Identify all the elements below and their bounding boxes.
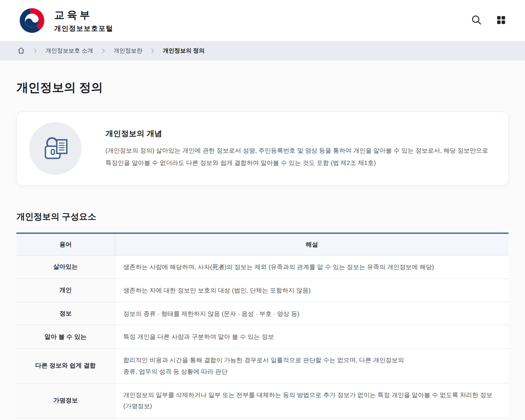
term-cell: 살아있는	[16, 256, 115, 279]
breadcrumb: 개인정보보호 소개 개인정보란 개인정보의 정의	[0, 41, 525, 61]
concept-card-body: (개인정보의 정의) 살아있는 개인에 관한 정보로서 성명, 주민등록번호 및…	[105, 144, 496, 169]
desc-cell: 개인정보의 일부를 삭제하거나 일부 또는 전부를 대체하는 등의 방법으로 추…	[115, 383, 509, 418]
components-section-heading: 개인정보의 구성요소	[16, 211, 509, 222]
header-actions	[469, 13, 508, 28]
term-cell: 다른 정보와 쉽게 결합	[16, 349, 115, 383]
chevron-right-icon	[151, 48, 154, 53]
lock-document-icon	[39, 132, 71, 165]
breadcrumb-item-what-is[interactable]: 개인정보란	[114, 47, 142, 55]
desc-cell: 정보의 종류 · 형태를 제한하지 않음 (문자 · 음성 · 부호 · 영상 …	[115, 302, 509, 325]
desc-cell: 특정 개인을 다른 사람과 구분하여 알아 볼 수 있는 정보	[115, 325, 509, 349]
chevron-right-icon	[102, 48, 105, 53]
breadcrumb-home-link[interactable]	[17, 47, 25, 55]
desc-cell: 합리적인 비용과 시간을 통해 결합이 가능한 경우로서 일률적으로 판단할 수…	[115, 349, 509, 383]
card-icon-circle	[29, 122, 82, 175]
site-logo[interactable]: 교육부 개인정보보호포털	[17, 6, 113, 35]
term-cell: 정보	[16, 302, 115, 325]
column-header-term: 용어	[16, 233, 115, 256]
table-row: 가명정보 개인정보의 일부를 삭제하거나 일부 또는 전부를 대체하는 등의 방…	[16, 383, 509, 418]
concept-card: 개인정보의 개념 (개인정보의 정의) 살아있는 개인에 관한 정보로서 성명,…	[16, 112, 509, 185]
search-button[interactable]	[469, 13, 484, 28]
breadcrumb-item-current: 개인정보의 정의	[163, 47, 205, 55]
table-row: 개인 생존하는 자에 대한 정보만 보호의 대상 (법인, 단체는 포함하지 않…	[16, 278, 509, 302]
all-menu-button[interactable]	[494, 13, 508, 28]
term-cell: 개인	[16, 278, 115, 302]
table-row: 알아 볼 수 있는 특정 개인을 다른 사람과 구분하여 알아 볼 수 있는 정…	[16, 325, 509, 349]
grid-menu-icon	[496, 15, 506, 26]
site-title: 교육부	[54, 8, 113, 22]
chevron-right-icon	[34, 48, 37, 53]
korea-gov-emblem-icon	[17, 6, 47, 35]
table-row: 살아있는 생존하는 사람에 해당하며, 사자(死者)의 정보는 제외 (유족과의…	[16, 256, 509, 279]
search-icon	[471, 14, 482, 27]
site-subtitle: 개인정보보호포털	[54, 24, 113, 33]
main-content: 개인정보의 정의 개인정보의 개념 (개인정	[0, 80, 525, 418]
desc-cell: 생존하는 사람에 해당하며, 사자(死者)의 정보는 제외 (유족과의 관계를 …	[115, 256, 509, 279]
table-row: 정보 정보의 종류 · 형태를 제한하지 않음 (문자 · 음성 · 부호 · …	[16, 302, 509, 325]
term-cell: 알아 볼 수 있는	[16, 325, 115, 349]
site-header: 교육부 개인정보보호포털	[0, 0, 525, 41]
term-cell: 가명정보	[16, 383, 115, 418]
components-table: 용어 해설 살아있는 생존하는 사람에 해당하며, 사자(死者)의 정보는 제외…	[16, 233, 509, 418]
table-header-row: 용어 해설	[16, 233, 509, 256]
column-header-desc: 해설	[115, 233, 509, 256]
concept-card-content: 개인정보의 개념 (개인정보의 정의) 살아있는 개인에 관한 정보로서 성명,…	[105, 128, 496, 169]
breadcrumb-item-intro[interactable]: 개인정보보호 소개	[46, 47, 93, 55]
concept-card-heading: 개인정보의 개념	[105, 128, 496, 139]
home-icon	[17, 47, 25, 55]
desc-cell: 생존하는 자에 대한 정보만 보호의 대상 (법인, 단체는 포함하지 않음)	[115, 278, 509, 302]
table-row: 다른 정보와 쉽게 결합 합리적인 비용과 시간을 통해 결합이 가능한 경우로…	[16, 349, 509, 383]
page-title: 개인정보의 정의	[16, 80, 509, 96]
